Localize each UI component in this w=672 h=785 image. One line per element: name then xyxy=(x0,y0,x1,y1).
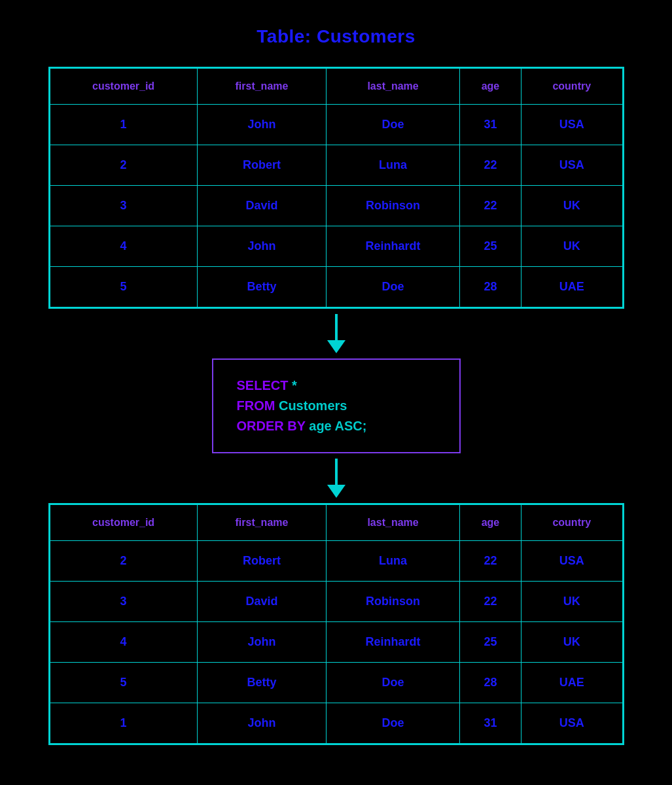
top-table-row: 2RobertLuna22USA xyxy=(50,145,622,186)
bottom-cell-last_name-2: Reinhardt xyxy=(327,622,460,663)
top-cell-first_name-1: Robert xyxy=(197,145,327,186)
top-cell-country-0: USA xyxy=(522,105,622,145)
bottom-table-row: 4JohnReinhardt25UK xyxy=(50,622,622,663)
sql-box: SELECT * FROM Customers ORDER BY age ASC… xyxy=(212,358,461,453)
bottom-cell-country-4: USA xyxy=(522,703,622,744)
bottom-cell-country-1: UK xyxy=(522,582,622,622)
sql-line-2: FROM Customers xyxy=(237,398,436,413)
bottom-cell-age-1: 22 xyxy=(459,582,521,622)
bottom-cell-last_name-4: Doe xyxy=(327,703,460,744)
top-col-age: age xyxy=(459,69,521,105)
bottom-table-row: 2RobertLuna22USA xyxy=(50,541,622,582)
sql-from-rest: Customers xyxy=(275,398,347,413)
top-cell-last_name-4: Doe xyxy=(327,267,460,307)
bottom-cell-customer_id-4: 1 xyxy=(50,703,197,744)
bottom-cell-country-3: UAE xyxy=(522,663,622,703)
top-col-last-name: last_name xyxy=(327,69,460,105)
sql-box-wrapper: SELECT * FROM Customers ORDER BY age ASC… xyxy=(212,358,461,453)
top-cell-age-4: 28 xyxy=(459,267,521,307)
top-cell-age-2: 22 xyxy=(459,186,521,226)
sql-select-keyword: SELECT xyxy=(237,378,289,392)
bottom-cell-customer_id-1: 3 xyxy=(50,582,197,622)
page-title: Table: Customers xyxy=(256,26,415,47)
bottom-cell-customer_id-2: 4 xyxy=(50,622,197,663)
bottom-col-customer-id: customer_id xyxy=(50,505,197,541)
bottom-cell-age-3: 28 xyxy=(459,663,521,703)
bottom-cell-last_name-0: Luna xyxy=(327,541,460,582)
bottom-cell-last_name-3: Doe xyxy=(327,663,460,703)
bottom-table-row: 1JohnDoe31USA xyxy=(50,703,622,744)
top-table-row: 5BettyDoe28UAE xyxy=(50,267,622,307)
bottom-cell-country-2: UK xyxy=(522,622,622,663)
top-cell-country-3: UK xyxy=(522,226,622,267)
top-cell-first_name-0: John xyxy=(197,105,327,145)
sql-from-keyword: FROM xyxy=(237,398,275,413)
top-cell-customer_id-4: 5 xyxy=(50,267,197,307)
arrow-bottom xyxy=(327,459,345,498)
top-table: customer_id first_name last_name age cou… xyxy=(48,67,624,309)
top-cell-customer_id-0: 1 xyxy=(50,105,197,145)
top-cell-last_name-3: Reinhardt xyxy=(327,226,460,267)
top-cell-country-1: USA xyxy=(522,145,622,186)
bottom-cell-country-0: USA xyxy=(522,541,622,582)
top-cell-first_name-3: John xyxy=(197,226,327,267)
top-cell-age-1: 22 xyxy=(459,145,521,186)
bottom-cell-first_name-4: John xyxy=(197,703,327,744)
top-cell-country-2: UK xyxy=(522,186,622,226)
top-table-row: 4JohnReinhardt25UK xyxy=(50,226,622,267)
top-cell-customer_id-1: 2 xyxy=(50,145,197,186)
sql-line-1: SELECT * xyxy=(237,378,436,393)
bottom-cell-customer_id-0: 2 xyxy=(50,541,197,582)
bottom-col-age: age xyxy=(459,505,521,541)
arrow-line-top xyxy=(335,314,338,340)
top-cell-age-0: 31 xyxy=(459,105,521,145)
bottom-cell-customer_id-3: 5 xyxy=(50,663,197,703)
arrow-head-bottom xyxy=(327,485,345,498)
top-cell-last_name-1: Luna xyxy=(327,145,460,186)
sql-select-rest: * xyxy=(288,378,296,392)
top-col-first-name: first_name xyxy=(197,69,327,105)
bottom-col-last-name: last_name xyxy=(327,505,460,541)
bottom-cell-last_name-1: Robinson xyxy=(327,582,460,622)
bottom-table: customer_id first_name last_name age cou… xyxy=(48,503,624,745)
top-table-row: 3DavidRobinson22UK xyxy=(50,186,622,226)
top-col-country: country xyxy=(522,69,622,105)
arrow-line-bottom xyxy=(335,459,338,485)
top-cell-customer_id-3: 4 xyxy=(50,226,197,267)
top-table-header-row: customer_id first_name last_name age cou… xyxy=(50,69,622,105)
top-cell-last_name-0: Doe xyxy=(327,105,460,145)
bottom-cell-first_name-0: Robert xyxy=(197,541,327,582)
bottom-cell-first_name-3: Betty xyxy=(197,663,327,703)
top-cell-first_name-2: David xyxy=(197,186,327,226)
bottom-table-row: 3DavidRobinson22UK xyxy=(50,582,622,622)
top-cell-first_name-4: Betty xyxy=(197,267,327,307)
bottom-table-header-row: customer_id first_name last_name age cou… xyxy=(50,505,622,541)
arrow-head-top xyxy=(327,340,345,353)
arrow-top xyxy=(327,314,345,353)
sql-orderby-rest: age ASC; xyxy=(306,419,367,433)
bottom-cell-age-2: 25 xyxy=(459,622,521,663)
top-table-row: 1JohnDoe31USA xyxy=(50,105,622,145)
sql-line-3: ORDER BY age ASC; xyxy=(237,419,436,434)
top-cell-country-4: UAE xyxy=(522,267,622,307)
bottom-col-first-name: first_name xyxy=(197,505,327,541)
bottom-cell-first_name-1: David xyxy=(197,582,327,622)
top-cell-customer_id-2: 3 xyxy=(50,186,197,226)
bottom-col-country: country xyxy=(522,505,622,541)
bottom-table-row: 5BettyDoe28UAE xyxy=(50,663,622,703)
top-cell-age-3: 25 xyxy=(459,226,521,267)
bottom-cell-first_name-2: John xyxy=(197,622,327,663)
bottom-cell-age-0: 22 xyxy=(459,541,521,582)
top-col-customer-id: customer_id xyxy=(50,69,197,105)
top-cell-last_name-2: Robinson xyxy=(327,186,460,226)
sql-orderby-keyword: ORDER BY xyxy=(237,419,306,433)
bottom-cell-age-4: 31 xyxy=(459,703,521,744)
